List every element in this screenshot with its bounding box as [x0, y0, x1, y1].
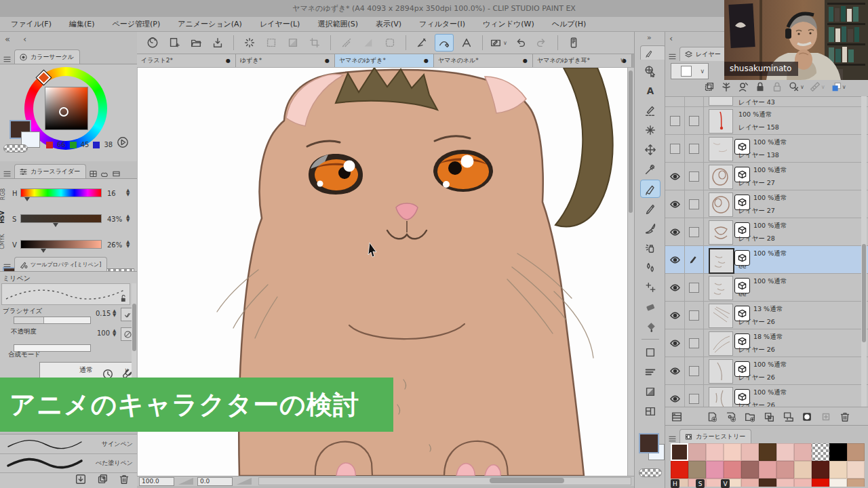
- delete-layer-icon[interactable]: [839, 411, 851, 423]
- mode-rgb[interactable]: RGB: [0, 188, 6, 200]
- brush-size-slider[interactable]: [14, 317, 91, 324]
- process-icon[interactable]: [241, 35, 258, 51]
- panel-menu-icon[interactable]: [668, 434, 677, 443]
- layer-thumbnail[interactable]: [709, 165, 733, 189]
- lock-layer-icon[interactable]: [754, 81, 766, 93]
- new-vector-layer-icon[interactable]: [725, 411, 737, 423]
- layer-row-6[interactable]: 100 %通常ee: [665, 246, 868, 274]
- eraser-tool-icon[interactable]: [644, 301, 656, 313]
- airbrush-tool-icon[interactable]: [640, 239, 660, 257]
- snap-curve-icon[interactable]: [435, 34, 454, 52]
- opacity-value[interactable]: 100: [97, 329, 110, 337]
- layer-visibility-toggle[interactable]: [665, 135, 685, 162]
- stroke-preview[interactable]: [1, 283, 130, 305]
- new-raster-layer-icon[interactable]: [706, 411, 718, 423]
- process-icon[interactable]: [243, 37, 256, 49]
- history-color-swatch[interactable]: [794, 479, 812, 487]
- layer-row-10[interactable]: 100 %通常レイヤー 26: [665, 357, 868, 385]
- mask-person-icon[interactable]: [737, 81, 749, 93]
- layer-row-9[interactable]: 18 %通常レイヤー 26: [665, 329, 868, 357]
- redo-icon[interactable]: [533, 35, 551, 51]
- layer-thumbnail[interactable]: [709, 359, 733, 384]
- layer-visibility-toggle[interactable]: [665, 107, 685, 134]
- gradient-tool-icon[interactable]: [640, 382, 660, 401]
- layer-checkbox[interactable]: [684, 274, 704, 301]
- gradient-selection-icon[interactable]: [287, 37, 299, 49]
- companion-mode-icon[interactable]: [568, 37, 580, 49]
- gradient-selection-icon[interactable]: [284, 35, 302, 51]
- mode-hsv[interactable]: HSV: [0, 211, 5, 224]
- open-file-icon[interactable]: [187, 35, 205, 51]
- snap-perspective-icon[interactable]: [460, 37, 473, 49]
- transfer-layer-icon[interactable]: [763, 411, 775, 423]
- csp-logo-icon[interactable]: [146, 37, 159, 49]
- panel-menu-icon[interactable]: [668, 52, 677, 61]
- back-icon[interactable]: ‹: [669, 33, 673, 43]
- snap-ruler-icon[interactable]: [413, 35, 431, 51]
- crop-icon[interactable]: [309, 37, 321, 49]
- layer-checkbox[interactable]: [684, 190, 704, 218]
- layer-editing-pencil-icon[interactable]: [684, 246, 704, 273]
- pen-tool-icon[interactable]: [640, 180, 660, 198]
- apply-mask-icon[interactable]: [820, 411, 832, 423]
- slider-track[interactable]: [20, 240, 102, 249]
- layer-thumbnail[interactable]: [709, 137, 733, 161]
- layer-thumbnail[interactable]: [709, 304, 733, 328]
- history-color-swatch[interactable]: [812, 461, 829, 479]
- history-color-swatch[interactable]: [812, 479, 829, 487]
- snap-perspective-icon[interactable]: [458, 35, 475, 51]
- decoration-tool-icon[interactable]: [644, 281, 656, 293]
- layer-visible-eye-icon[interactable]: [665, 163, 685, 190]
- stream-line-tool-icon[interactable]: [640, 363, 660, 381]
- menu-item-8[interactable]: ウィンドウ(W): [483, 19, 534, 29]
- history-color-swatch[interactable]: [706, 443, 724, 461]
- layer-blend-dropdown[interactable]: ∨: [671, 63, 709, 79]
- history-color-swatch[interactable]: [688, 443, 706, 461]
- layer-checkbox[interactable]: [684, 96, 704, 106]
- layer-thumbnail[interactable]: [709, 387, 733, 407]
- layer-color-icon[interactable]: ∨: [830, 81, 846, 93]
- transparent-color-swatch[interactable]: [639, 468, 662, 477]
- history-color-swatch[interactable]: [794, 443, 812, 461]
- transfer-layer-icon[interactable]: [763, 411, 775, 423]
- slider-track[interactable]: [20, 214, 102, 223]
- layer-thumbnail[interactable]: [709, 109, 733, 134]
- duplicate-sub-tool-icon[interactable]: [96, 473, 108, 485]
- rect-figure-icon[interactable]: [381, 35, 399, 51]
- slider-spinner[interactable]: ▲▼: [126, 188, 130, 197]
- menu-item-2[interactable]: ページ管理(P): [113, 19, 161, 29]
- symmetry-icon[interactable]: [338, 35, 355, 51]
- crop-icon[interactable]: [306, 35, 323, 51]
- layer-visibility-toggle[interactable]: [665, 96, 685, 106]
- selection-pen-tool-icon[interactable]: [644, 104, 656, 117]
- new-vector-layer-icon[interactable]: [725, 411, 737, 423]
- eyedropper-tool-icon[interactable]: [640, 160, 660, 178]
- history-color-swatch[interactable]: [812, 443, 829, 461]
- layer-list-scrollbar[interactable]: [861, 96, 867, 407]
- history-color-swatch[interactable]: [847, 461, 865, 479]
- tool-palette-tab[interactable]: [640, 45, 666, 60]
- sub-tool-item-0[interactable]: サインペン: [0, 434, 137, 454]
- ruler-setting-icon[interactable]: ∨: [809, 81, 825, 93]
- operation-tool-icon[interactable]: [644, 65, 656, 77]
- history-color-swatch[interactable]: [671, 461, 688, 479]
- history-color-swatch[interactable]: [688, 461, 706, 479]
- rotation-value[interactable]: 0.0: [197, 477, 233, 486]
- lock-transparent-icon[interactable]: [771, 81, 783, 93]
- blend-tool-icon[interactable]: [640, 258, 660, 277]
- layer-thumbnail[interactable]: [709, 192, 733, 217]
- history-color-swatch[interactable]: [829, 461, 847, 479]
- history-color-swatch[interactable]: [759, 479, 776, 487]
- lock-layer-icon[interactable]: [754, 81, 766, 93]
- panel-menu-icon[interactable]: [3, 262, 12, 271]
- layer-panel-list-icon[interactable]: [671, 411, 683, 423]
- history-color-swatch[interactable]: [847, 443, 865, 461]
- pencil-tool-icon[interactable]: [644, 203, 656, 215]
- snap-curve-icon[interactable]: [438, 37, 450, 49]
- layer-visible-eye-icon[interactable]: [665, 190, 685, 218]
- layer-thumbnail[interactable]: [709, 276, 733, 300]
- tab-color-slider[interactable]: カラースライダー: [14, 164, 86, 178]
- layer-row-7[interactable]: 100 %通常ee: [665, 274, 868, 302]
- history-color-swatch[interactable]: [724, 443, 741, 461]
- pencil-tool-icon[interactable]: [640, 199, 660, 218]
